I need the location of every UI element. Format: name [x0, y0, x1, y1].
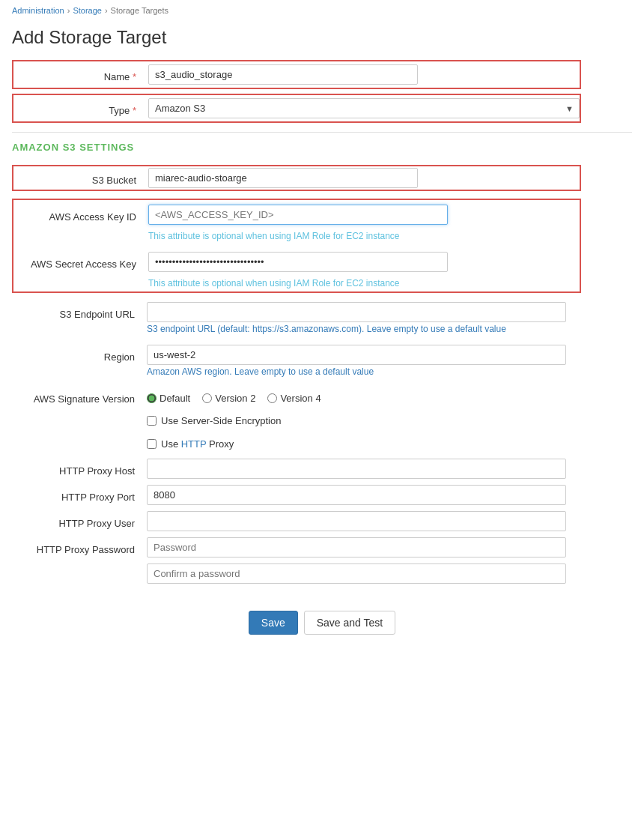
breadcrumb-sep-2: ›: [105, 6, 108, 15]
confirm-password-spacer: [12, 572, 147, 576]
aws-access-key-label: AWS Access Key ID: [13, 207, 148, 223]
http-proxy-user-input[interactable]: [147, 511, 566, 531]
http-proxy-password-label: HTTP Proxy Password: [12, 540, 147, 555]
breadcrumb-sep-1: ›: [67, 6, 70, 15]
breadcrumb-administration[interactable]: Administration: [12, 6, 64, 15]
http-proxy-host-input[interactable]: [147, 459, 566, 479]
s3-endpoint-input[interactable]: [147, 302, 566, 322]
aws-sig-v2[interactable]: Version 2: [202, 393, 255, 404]
http-proxy-host-label: HTTP Proxy Host: [12, 461, 147, 477]
server-side-encryption-checkbox[interactable]: [147, 416, 157, 426]
s3-endpoint-hint: S3 endpoint URL (default: https://s3.ama…: [147, 322, 506, 339]
http-proxy-user-label: HTTP Proxy User: [12, 513, 147, 529]
breadcrumb-storage-targets: Storage Targets: [111, 6, 168, 15]
s3-endpoint-label: S3 Endpoint URL: [12, 304, 147, 320]
http-proxy-checkbox[interactable]: [147, 439, 157, 449]
http-proxy-label: Use HTTP Proxy: [161, 438, 234, 450]
name-label: Name *: [13, 67, 148, 82]
http-proxy-confirm-password-input[interactable]: [147, 563, 566, 584]
type-select[interactable]: Amazon S3: [148, 98, 580, 118]
region-hint: Amazon AWS region. Leave empty to use a …: [147, 365, 374, 381]
breadcrumb-storage[interactable]: Storage: [73, 6, 102, 15]
aws-sig-default-radio[interactable]: [147, 393, 157, 403]
http-proxy-port-label: HTTP Proxy Port: [12, 487, 147, 503]
http-proxy-password-input[interactable]: [147, 537, 566, 558]
aws-sig-v4-radio[interactable]: [267, 393, 277, 403]
http-proxy-link[interactable]: HTTP: [181, 438, 207, 450]
region-input[interactable]: [147, 345, 566, 365]
http-proxy-group: Use HTTP Proxy: [147, 435, 632, 453]
amazon-s3-settings-header: AMAZON S3 SETTINGS: [12, 132, 632, 159]
aws-sig-v2-label: Version 2: [215, 393, 255, 404]
button-row: Save Save and Test: [12, 587, 632, 650]
server-side-encryption-group: Use Server-Side Encryption: [147, 412, 632, 429]
type-select-wrapper: Amazon S3 ▼: [148, 98, 580, 118]
aws-access-key-hint: This attribute is optional when using IA…: [148, 229, 580, 244]
breadcrumb: Administration › Storage › Storage Targe…: [0, 0, 644, 21]
s3-bucket-label: S3 Bucket: [13, 170, 148, 186]
aws-sig-v2-radio[interactable]: [202, 393, 212, 403]
aws-access-key-input[interactable]: [148, 205, 448, 225]
page-title: Add Storage Target: [0, 21, 644, 60]
aws-sig-default[interactable]: Default: [147, 393, 190, 404]
aws-sig-label: AWS Signature Version: [12, 389, 147, 405]
save-button[interactable]: Save: [249, 611, 298, 635]
http-proxy-port-input[interactable]: [147, 485, 566, 505]
aws-sig-default-label: Default: [160, 393, 190, 404]
region-label: Region: [12, 347, 147, 363]
aws-sig-radio-group: Default Version 2 Version 4: [147, 390, 321, 404]
name-input[interactable]: [148, 64, 418, 85]
aws-secret-hint: This attribute is optional when using IA…: [148, 277, 580, 291]
server-side-encryption-label: Use Server-Side Encryption: [161, 415, 281, 426]
aws-sig-v4[interactable]: Version 4: [267, 393, 321, 404]
s3-bucket-input[interactable]: [148, 168, 418, 188]
type-label: Type *: [13, 100, 148, 116]
save-and-test-button[interactable]: Save and Test: [304, 611, 395, 635]
aws-secret-input[interactable]: [148, 252, 448, 272]
aws-secret-label: AWS Secret Access Key: [13, 254, 148, 270]
aws-sig-v4-label: Version 4: [280, 393, 321, 404]
